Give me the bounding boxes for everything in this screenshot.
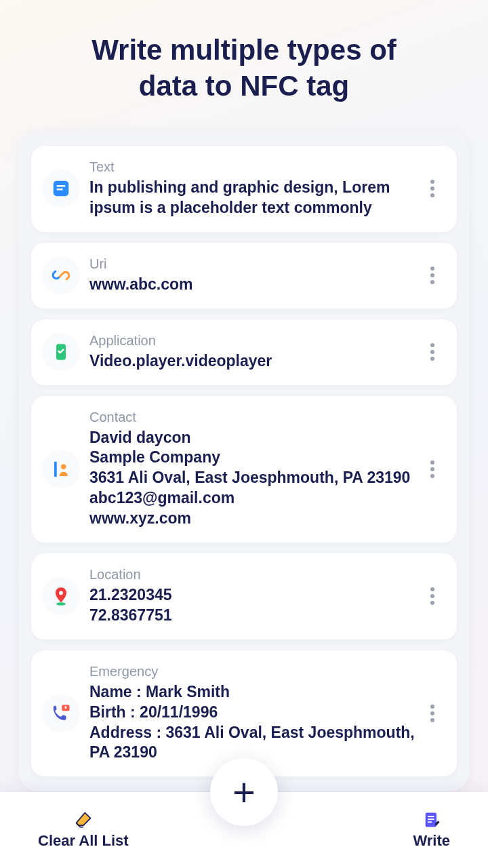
record-type-label: Uri [89,256,419,272]
record-content: Name : Mark Smith Birth : 20/11/1996 Add… [89,682,419,764]
more-button[interactable] [419,705,446,722]
record-content: Video.player.videoplayer [89,351,419,372]
more-button[interactable] [419,343,446,361]
more-vertical-icon [430,267,434,284]
contact-icon [42,450,80,488]
more-vertical-icon [430,460,434,478]
link-icon [42,256,80,294]
record-type-label: Text [89,159,419,175]
record-type-label: Emergency [89,664,419,679]
record-card-application[interactable]: Application Video.player.videoplayer [31,319,457,385]
add-fab[interactable]: + [210,758,278,826]
more-button[interactable] [419,267,446,284]
svg-rect-13 [428,821,432,823]
record-content: www.abc.com [89,275,419,295]
eraser-icon [73,810,94,829]
record-type-label: Contact [89,410,419,425]
write-button[interactable]: Write [413,810,450,850]
svg-rect-2 [57,189,63,191]
svg-rect-12 [428,818,434,820]
write-doc-icon [422,810,441,829]
more-vertical-icon [430,180,434,197]
write-label: Write [413,832,450,850]
svg-rect-9 [65,706,67,709]
record-content: In publishing and graphic design, Lorem … [89,178,419,218]
more-vertical-icon [430,705,434,722]
record-type-label: Application [89,333,419,349]
phone-app-icon [42,333,80,371]
clear-all-button[interactable]: Clear All List [38,810,129,850]
record-content: 21.2320345 72.8367751 [89,585,419,626]
records-panel: Text In publishing and graphic design, L… [19,131,469,791]
more-vertical-icon [430,343,434,361]
record-type-label: Location [89,567,419,583]
more-vertical-icon [430,587,434,605]
location-pin-icon [42,577,80,615]
text-icon [42,170,80,208]
more-button[interactable] [419,180,446,197]
record-card-location[interactable]: Location 21.2320345 72.8367751 [31,553,457,639]
svg-point-5 [61,464,66,469]
svg-point-7 [59,591,63,595]
record-content: David daycon Sample Company 3631 Ali Ova… [89,428,419,529]
more-button[interactable] [419,587,446,605]
clear-all-label: Clear All List [38,832,129,850]
record-card-text[interactable]: Text In publishing and graphic design, L… [31,146,457,232]
plus-icon: + [232,772,256,812]
svg-rect-1 [57,185,66,187]
more-button[interactable] [419,460,446,478]
record-card-uri[interactable]: Uri www.abc.com [31,243,457,309]
svg-rect-4 [54,462,57,477]
svg-rect-11 [428,816,434,817]
record-card-contact[interactable]: Contact David daycon Sample Company 3631… [31,396,457,542]
page-title: Write multiple types of data to NFC tag [0,0,488,104]
emergency-call-icon [42,694,80,732]
svg-point-6 [56,603,66,606]
